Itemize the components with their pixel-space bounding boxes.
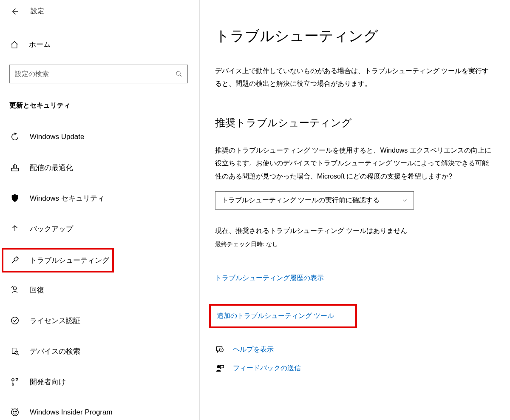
svg-text:?: ? (221, 349, 222, 352)
svg-point-11 (11, 409, 19, 416)
sidebar-item-label: バックアップ (30, 224, 73, 234)
sidebar-item-find-my-device[interactable]: デバイスの検索 (0, 340, 114, 363)
feedback-link-label: フィードバックの送信 (233, 364, 301, 373)
home-icon (10, 40, 19, 49)
upload-icon (10, 224, 20, 233)
home-label: ホーム (29, 40, 51, 49)
sidebar-item-activation[interactable]: ライセンス認証 (0, 309, 114, 332)
svg-rect-1 (11, 168, 19, 171)
chevron-down-icon (402, 197, 408, 203)
help-link-label: ヘルプを表示 (233, 345, 274, 354)
additional-troubleshooters-link[interactable]: 追加のトラブルシューティング ツール (217, 312, 334, 321)
sidebar-item-label: 回復 (30, 285, 44, 295)
sidebar-item-troubleshoot[interactable]: トラブルシューティング (2, 248, 114, 272)
sidebar-item-label: デバイスの検索 (30, 346, 80, 356)
svg-point-10 (12, 384, 14, 386)
home-button[interactable]: ホーム (0, 16, 199, 49)
page-title: トラブルシューティング (215, 26, 495, 46)
svg-point-16 (217, 365, 220, 368)
get-help-link[interactable]: ? ヘルプを表示 (215, 345, 495, 355)
find-device-icon (10, 346, 20, 356)
search-input[interactable] (15, 70, 176, 78)
main-content: トラブルシューティング デバイス上で動作していないものがある場合は、トラブルシュ… (200, 0, 510, 420)
recovery-icon (10, 285, 20, 295)
sidebar-item-for-developers[interactable]: 開発者向け (0, 370, 114, 393)
shield-icon (10, 193, 20, 203)
troubleshoot-preference-dropdown[interactable]: トラブルシューティング ツールの実行前に確認する (215, 191, 414, 210)
svg-point-13 (15, 411, 17, 412)
svg-point-8 (15, 351, 18, 354)
svg-point-0 (176, 71, 180, 75)
troubleshoot-history-link[interactable]: トラブルシューティング履歴の表示 (215, 274, 324, 283)
section-label: 更新とセキュリティ (9, 101, 199, 110)
svg-point-4 (16, 165, 17, 166)
developer-icon (10, 377, 20, 386)
checkmark-circle-icon (10, 316, 20, 325)
sidebar-item-windows-security[interactable]: Windows セキュリティ (0, 187, 114, 210)
sidebar-item-label: 開発者向け (30, 377, 66, 387)
svg-point-2 (13, 165, 14, 166)
feedback-link[interactable]: フィードバックの送信 (215, 364, 495, 373)
lead-text: デバイス上で動作していないものがある場合は、トラブルシューティング ツールを実行… (215, 65, 495, 91)
recommended-text: 推奨のトラブルシューティング ツールを使用すると、Windows エクスペリエン… (215, 144, 495, 183)
insider-icon (10, 408, 20, 417)
sidebar-item-backup[interactable]: バックアップ (0, 217, 114, 240)
sidebar-item-windows-update[interactable]: Windows Update (0, 125, 114, 148)
sidebar-item-recovery[interactable]: 回復 (0, 278, 114, 301)
svg-point-6 (11, 317, 19, 324)
sidebar-item-windows-insider[interactable]: Windows Insider Program (0, 401, 114, 420)
recommended-heading: 推奨トラブルシューティング (215, 116, 495, 130)
status-text: 現在、推奨されるトラブルシューティング ツールはありません (215, 227, 495, 236)
sidebar-item-label: 配信の最適化 (30, 163, 73, 173)
sidebar-item-delivery-optimization[interactable]: 配信の最適化 (0, 156, 114, 179)
search-icon (176, 71, 182, 77)
search-input-container[interactable] (9, 65, 188, 83)
back-arrow-icon[interactable] (10, 7, 19, 16)
nav-list: Windows Update 配信の最適化 (0, 125, 199, 420)
sidebar-item-label: Windows Update (30, 133, 85, 141)
dropdown-selected: トラブルシューティング ツールの実行前に確認する (221, 196, 380, 205)
sidebar-item-label: トラブルシューティング (30, 255, 109, 265)
svg-point-9 (12, 379, 14, 381)
sidebar-item-label: Windows Insider Program (30, 408, 113, 417)
svg-rect-7 (12, 348, 16, 354)
feedback-icon (215, 364, 224, 373)
help-bubble-icon: ? (215, 345, 224, 355)
sidebar: 設定 ホーム 更新とセキュリティ (0, 0, 200, 420)
wrench-icon (10, 255, 20, 265)
svg-point-5 (13, 287, 16, 290)
delivery-icon (10, 163, 20, 172)
lastcheck-text: 最終チェック日時: なし (215, 241, 495, 248)
window-title: 設定 (31, 7, 44, 16)
svg-point-12 (13, 411, 14, 412)
sync-icon (10, 132, 20, 142)
sidebar-item-label: Windows セキュリティ (30, 193, 105, 203)
svg-point-3 (14, 164, 15, 165)
sidebar-item-label: ライセンス認証 (30, 316, 80, 326)
additional-troubleshooters-highlight: 追加のトラブルシューティング ツール (209, 304, 357, 328)
